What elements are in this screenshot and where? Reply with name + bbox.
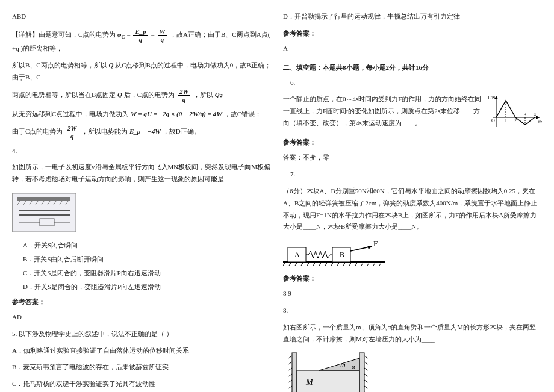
explain-5: 由于C点的电势为 — [12, 128, 63, 135]
explain-5b: ，所以电势能为 — [81, 128, 128, 135]
q3-explain-5: 由于C点的电势为 2W q ，所以电势能为 E_p = −4W ，故D正确。 — [12, 125, 271, 140]
num-2w2: 2W — [66, 125, 78, 132]
q6-row: F/N t/s O 1 2 3 4 一个静止的质点，在0～4s时间内受到力F的作… — [283, 93, 542, 132]
q7-figure: A B F — [283, 238, 542, 268]
explain-5c: ，故D正确。 — [163, 128, 201, 135]
q3-explain-4: 从无穷远移到C点过程中，电场力做功为 W = qU = −2q × (0 − 2… — [12, 108, 271, 120]
section-2-title: 二、填空题：本题共8小题，每小题2分，共计16分 — [283, 63, 542, 72]
q4-number: 4. — [12, 145, 271, 157]
explain-lead: 【详解】由题意可知，C点的电势为 — [12, 31, 116, 38]
spring-blocks-icon: A B F — [283, 238, 385, 268]
q6-answer: 答案：不变，零 — [283, 152, 542, 164]
q5-optC: C．托马斯杨的双缝干涉实验证实了光具有波动性 — [12, 378, 271, 390]
svg-line-48 — [288, 374, 292, 376]
origin-label: O — [491, 118, 495, 123]
svg-line-49 — [288, 380, 292, 382]
num-2w: 2W — [178, 88, 190, 96]
svg-line-54 — [364, 362, 368, 364]
den-q3: q — [178, 96, 190, 103]
frac-w-q: W q — [158, 28, 167, 43]
q4-optC: C．开关S是闭合的，变阻器滑片P向右迅速滑动 — [23, 269, 271, 278]
eq-ep-neg4w: E_p = −4W — [129, 128, 161, 135]
tick-3: 3 — [524, 112, 526, 117]
q4-answer-label: 参考答案： — [12, 297, 271, 306]
explain-3: 两点的电势相等，所以当在B点固定 — [12, 92, 116, 99]
q6-answer-label: 参考答案： — [283, 138, 542, 147]
svg-marker-43 — [367, 246, 372, 249]
force-time-graph-icon: F/N t/s O 1 2 3 4 — [488, 93, 542, 132]
block-A-label: A — [294, 250, 300, 259]
explain-4b: ，故C错误； — [224, 110, 261, 117]
wedge-m-label: m — [340, 361, 346, 369]
q8-body: 如右图所示，一个质量为m、顶角为α的直角劈和一个质量为M的长方形木块，夹在两竖直… — [283, 322, 542, 346]
frac-ep-q: E_p q — [133, 28, 148, 43]
x-axis-label: t/s — [538, 119, 542, 125]
q7-answer: 8 9 — [283, 288, 542, 300]
q3-explain-2: 所以B、C两点的电势相等，所以 Q 从C点移到B点的过程中，电场力做功为0，故B… — [12, 60, 271, 84]
q6-body: 一个静止的质点，在0～4s时间内受到力F的作用，力的方向始终在同一直线上，力F随… — [283, 95, 481, 126]
svg-line-50 — [288, 386, 292, 388]
svg-line-57 — [364, 380, 368, 382]
eq-phi-c: φC = E_p q = W q — [117, 31, 170, 38]
q5-optA: A．伽利略通过实验直接验证了自由落体运动的位移时间关系 — [12, 345, 271, 357]
frac-2w-q: 2W q — [178, 88, 190, 103]
svg-line-47 — [288, 368, 292, 370]
num-ep: E_p — [133, 28, 148, 36]
q5-stem: 5. 以下涉及物理学史上的叙述中，说法不正确的是（ ） — [12, 328, 271, 340]
q6-number: 6. — [290, 77, 542, 89]
q8-figure: M m α — [283, 350, 542, 392]
Q2: Q₂ — [215, 92, 222, 99]
explain-4: 从无穷远移到C点过程中，电场力做功为 — [12, 110, 129, 117]
svg-line-53 — [364, 356, 368, 358]
den-q4: q — [66, 132, 78, 140]
force-F-label: F — [373, 239, 378, 248]
svg-line-58 — [364, 386, 368, 388]
tick-1: 1 — [505, 118, 507, 123]
tick-4: 4 — [534, 112, 536, 117]
Q1: Q — [117, 92, 122, 99]
q5-answer-label: 参考答案： — [283, 29, 542, 38]
page: ABD 【详解】由题意可知，C点的电势为 φC = E_p q = W q ，故… — [0, 0, 554, 392]
q7-number: 7. — [290, 169, 542, 181]
q5-answer: A — [283, 43, 542, 55]
explain-3b: ，所以 — [193, 92, 213, 99]
q3-explain-1: 【详解】由题意可知，C点的电势为 φC = E_p q = W q ，故A正确；… — [12, 28, 271, 55]
svg-rect-52 — [359, 353, 364, 392]
q4-body: 如图所示，一电子以初速度v沿与金属板平行方向飞入MN极板间，突然发现电子向M板偏… — [12, 161, 271, 185]
q4-optB: B．开关S由闭合后断开瞬间 — [23, 255, 271, 264]
q7-body: （6分）木块A、B分别重50N和60N，它们与水平地面之间的动摩擦因数均为0.2… — [283, 185, 542, 233]
q4-optD: D．开关S是闭合的，变阻器滑片P向左迅速滑动 — [23, 282, 271, 291]
frac-2w-q2: 2W q — [66, 125, 78, 140]
num-w: W — [158, 28, 167, 36]
y-axis-label: F/N — [488, 95, 496, 101]
tick-2: 2 — [514, 118, 517, 123]
circuit-icon — [13, 193, 76, 232]
right-column: D．开普勒揭示了行星的运动规律，牛顿总结出万有引力定律 参考答案： A 二、填空… — [277, 6, 548, 392]
svg-line-55 — [364, 368, 368, 370]
svg-line-45 — [288, 356, 292, 358]
den-q2: q — [158, 36, 167, 43]
q4-answer: AD — [12, 311, 271, 323]
q5-optD: D．开普勒揭示了行星的运动规律，牛顿总结出万有引力定律 — [283, 11, 542, 23]
explain-2: 所以B、C两点的电势相等，所以 — [12, 61, 107, 69]
svg-rect-44 — [292, 353, 297, 392]
q6-figure: F/N t/s O 1 2 3 4 — [488, 93, 542, 132]
eq-work-4w: W = qU = −2q × (0 − 2W/q) = 4W — [131, 110, 222, 117]
q3-explain-3: 两点的电势相等，所以当在B点固定 Q 后，C点的电势为 2W q ，所以 Q₂ — [12, 88, 271, 103]
den-q: q — [133, 36, 148, 43]
phi-sub: C — [122, 34, 125, 40]
wedge-block-icon: M m α — [283, 350, 373, 392]
block-B-label: B — [340, 250, 344, 259]
q7-answer-label: 参考答案： — [283, 274, 542, 283]
abd-answer: ABD — [12, 11, 271, 23]
block-M-label: M — [305, 378, 314, 387]
svg-rect-1 — [17, 197, 70, 201]
q5-optB: B．麦克斯韦预言了电磁波的存在，后来被赫兹所证实 — [12, 361, 271, 373]
svg-line-46 — [288, 362, 292, 364]
q4-figure — [12, 193, 76, 232]
q4-optA: A．开关S闭合瞬间 — [23, 241, 271, 250]
angle-alpha-label: α — [352, 362, 355, 370]
svg-line-56 — [364, 374, 368, 376]
left-column: ABD 【详解】由题意可知，C点的电势为 φC = E_p q = W q ，故… — [6, 6, 277, 392]
q-sub-scatter: Q — [108, 61, 113, 69]
